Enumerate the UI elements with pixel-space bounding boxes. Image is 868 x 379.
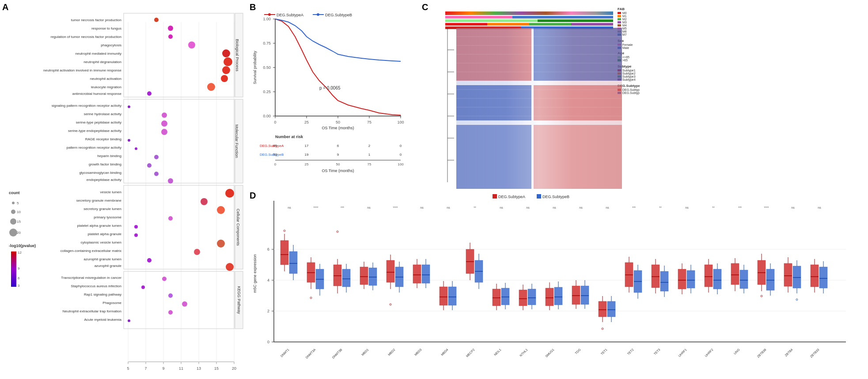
svg-point-101 <box>226 263 234 271</box>
svg-rect-280 <box>334 265 341 286</box>
svg-text:20: 20 <box>232 366 236 371</box>
svg-text:6: 6 <box>267 247 269 251</box>
svg-point-288 <box>337 231 338 233</box>
svg-text:4: 4 <box>267 278 269 282</box>
panel-c: C <box>420 0 868 190</box>
svg-text:11: 11 <box>179 366 183 371</box>
svg-text:M1: M1 <box>622 15 627 18</box>
svg-rect-458 <box>793 266 801 288</box>
svg-text:phagocytosis: phagocytosis <box>101 43 121 47</box>
svg-text:ns: ns <box>526 206 530 209</box>
panel-a-label: A <box>2 2 8 12</box>
svg-text:heparin binding: heparin binding <box>97 154 121 158</box>
svg-text:M0: M0 <box>622 11 627 15</box>
svg-rect-258 <box>280 240 288 265</box>
svg-rect-30 <box>124 185 234 269</box>
svg-point-91 <box>168 178 173 184</box>
svg-text:regulation of tumor necrosis f: regulation of tumor necrosis factor prod… <box>50 35 121 39</box>
svg-text:2: 2 <box>267 309 269 313</box>
svg-text:Cellular Components: Cellular Components <box>236 209 240 246</box>
svg-text:count: count <box>9 191 20 195</box>
svg-text:Biological Process: Biological Process <box>235 39 239 71</box>
svg-text:secretory granule lumen: secretory granule lumen <box>83 207 121 211</box>
svg-text:DNMT3B: DNMT3B <box>331 348 343 360</box>
svg-text:19: 19 <box>305 153 309 157</box>
svg-text:ns: ns <box>553 206 556 209</box>
svg-rect-437 <box>740 270 748 289</box>
svg-text:Survival probability: Survival probability <box>253 51 257 84</box>
svg-text:MBD1: MBD1 <box>361 348 369 356</box>
survival-curve-svg: DEG.SubtypeA DEG.SubtypeB 1.00 0.75 0.50… <box>251 4 417 189</box>
svg-text:secretory granule membrane: secretory granule membrane <box>76 199 122 203</box>
heatmap-svg: FAB M0 M1 M2 M3 M4 M5 M6 M7 <box>423 4 640 189</box>
svg-text:ns: ns <box>447 206 450 209</box>
svg-rect-176 <box>445 19 613 22</box>
svg-text:25: 25 <box>304 120 309 124</box>
svg-text:***: *** <box>632 206 636 209</box>
svg-rect-23 <box>124 13 234 97</box>
svg-point-390 <box>602 328 603 330</box>
svg-point-87 <box>135 147 137 150</box>
svg-text:ns: ns <box>288 206 291 209</box>
svg-rect-417 <box>687 270 695 288</box>
svg-rect-352 <box>519 290 527 306</box>
svg-point-113 <box>10 218 16 225</box>
svg-text:neutrophil activation involved: neutrophil activation involved in immune… <box>43 68 122 72</box>
svg-text:OS Time (months): OS Time (months) <box>322 126 354 130</box>
svg-rect-362 <box>546 288 553 306</box>
svg-point-99 <box>194 249 200 255</box>
svg-text:growth factor binding: growth factor binding <box>89 162 121 166</box>
svg-text:0: 0 <box>274 162 277 166</box>
svg-text:FAB: FAB <box>618 7 625 11</box>
svg-rect-376 <box>581 286 589 304</box>
svg-point-72 <box>154 18 159 22</box>
svg-text:SMUG1: SMUG1 <box>545 348 555 358</box>
svg-text:Subtype4: Subtype4 <box>622 78 636 82</box>
svg-point-277 <box>310 297 312 299</box>
svg-text:serine-type endopeptidase acti: serine-type endopeptidase activity <box>68 129 121 133</box>
svg-text:DEG.SubtypeB: DEG.SubtypeB <box>325 13 352 17</box>
panel-c-label: C <box>422 2 428 12</box>
svg-text:12: 12 <box>18 251 22 255</box>
svg-text:75: 75 <box>368 162 371 166</box>
svg-text:ns: ns <box>579 206 583 209</box>
svg-rect-301 <box>387 260 394 282</box>
svg-point-127 <box>317 13 319 16</box>
boxplot-svg: DEG.SubtypeA DEG.SubtypeB 0 2 4 6 m5C ge… <box>250 192 855 375</box>
svg-text:0.50: 0.50 <box>263 65 271 70</box>
panel-a: A 5 7 9 11 13 15 20 Number of genes <box>0 0 247 379</box>
svg-text:50: 50 <box>336 120 340 124</box>
svg-text:MBD4: MBD4 <box>440 348 449 356</box>
svg-point-462 <box>796 299 798 300</box>
svg-rect-316 <box>422 265 430 283</box>
svg-rect-184 <box>618 18 621 20</box>
svg-text:glycosaminoglycan binding: glycosaminoglycan binding <box>79 171 121 175</box>
svg-point-111 <box>11 210 15 214</box>
svg-text:1.00: 1.00 <box>263 17 271 21</box>
svg-rect-346 <box>501 288 509 305</box>
svg-point-93 <box>201 198 208 205</box>
svg-rect-182 <box>618 15 621 17</box>
svg-rect-188 <box>618 24 621 26</box>
svg-point-80 <box>207 83 215 91</box>
svg-point-78 <box>222 66 230 74</box>
svg-text:neutrophil activation: neutrophil activation <box>90 77 121 81</box>
svg-text:0: 0 <box>274 120 276 124</box>
svg-text:azurophil granule lumen: azurophil granule lumen <box>84 257 121 261</box>
svg-rect-240 <box>537 194 541 199</box>
svg-rect-186 <box>618 21 621 23</box>
svg-rect-326 <box>448 287 456 305</box>
panel-b-label: B <box>250 2 256 12</box>
svg-text:13: 13 <box>197 366 201 371</box>
svg-point-88 <box>154 155 159 159</box>
svg-text:0.75: 0.75 <box>263 41 271 45</box>
svg-text:DEG.SubtypeB: DEG.SubtypeB <box>260 153 284 157</box>
svg-text:azurophil granule: azurophil granule <box>95 264 122 268</box>
svg-point-89 <box>147 163 152 168</box>
svg-text:0: 0 <box>400 144 402 148</box>
svg-text:Staphylococcus aureus infectio: Staphylococcus aureus infection <box>71 284 121 288</box>
svg-text:DNMT1: DNMT1 <box>280 348 290 358</box>
svg-text:****: **** <box>764 206 769 209</box>
svg-point-103 <box>141 285 145 289</box>
svg-point-76 <box>222 49 230 57</box>
